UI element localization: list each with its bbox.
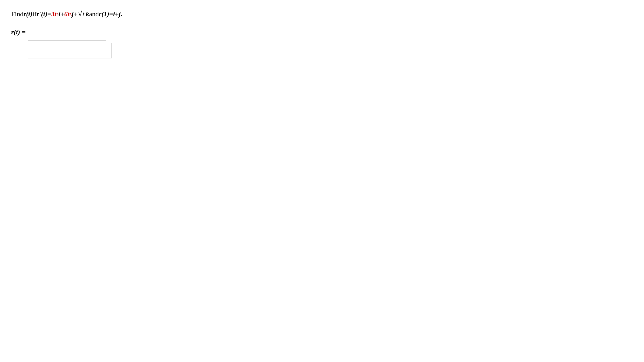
find-prefix: Find: [11, 7, 23, 21]
r1-i: i: [113, 7, 115, 21]
rt-paren: (: [26, 7, 28, 21]
period: .: [120, 7, 122, 21]
rprime-label: r′: [37, 7, 41, 21]
r1-paren: (1): [101, 7, 109, 21]
and-text: and: [89, 7, 99, 21]
problem-container: Find r(t) if r′(t) = 3t2i + 6t5j + √t k …: [11, 6, 633, 58]
r1-j: j: [119, 7, 121, 21]
rt-paren-close: ): [30, 7, 32, 21]
term1-var: t: [55, 7, 56, 21]
term1-coeff: 3: [51, 7, 55, 21]
answer-input-2[interactable]: [28, 43, 112, 58]
answer-input-1[interactable]: [28, 27, 106, 41]
plus1: +: [60, 7, 64, 21]
term1-unit: i: [58, 7, 60, 21]
r1-plus: +: [115, 7, 119, 21]
rt-equals: =: [20, 28, 26, 36]
inputs-stack: [28, 27, 112, 58]
sqrt-symbol: √: [78, 6, 82, 22]
term2-coeff: 6: [64, 7, 68, 21]
r1-label: r: [99, 7, 101, 21]
answer-section: r(t) =: [11, 27, 633, 58]
rprime-paren: (: [41, 7, 43, 21]
equals2: =: [109, 7, 113, 21]
equals-sign: =: [47, 7, 51, 21]
plus2: +: [74, 7, 77, 21]
term3-unit: k: [86, 7, 89, 21]
sqrt-content: t: [82, 7, 85, 21]
term2-unit: j: [72, 7, 74, 21]
term1-exp: 2: [56, 10, 59, 19]
term2-var: t: [68, 7, 70, 21]
term2-exp: 5: [69, 10, 72, 19]
sqrt-container: √t: [78, 6, 84, 22]
if-text: if: [32, 7, 37, 21]
rt-bold-paren: (t): [14, 28, 20, 36]
rt-function: r: [23, 7, 26, 21]
rprime-close: ): [45, 7, 47, 21]
problem-statement: Find r(t) if r′(t) = 3t2i + 6t5j + √t k …: [11, 6, 633, 22]
rt-bold: r: [11, 28, 14, 36]
rt-answer-label: r(t) =: [11, 27, 26, 36]
